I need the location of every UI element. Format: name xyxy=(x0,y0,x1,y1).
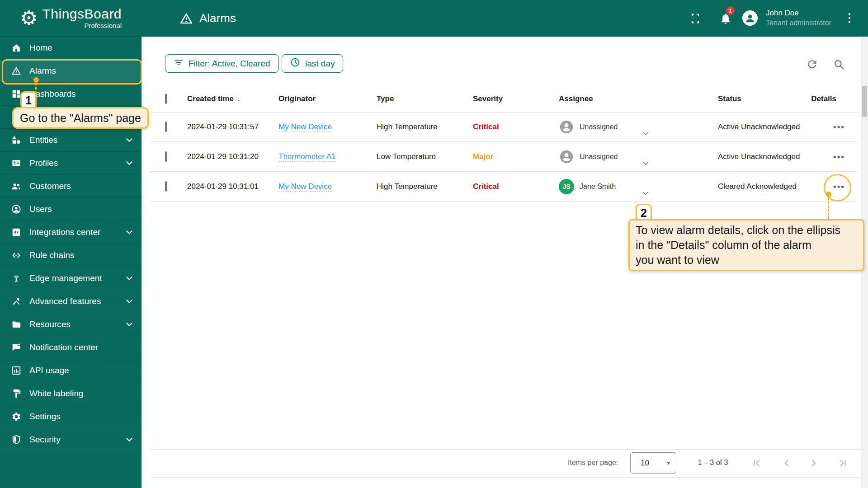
step2-callout-line: in the "Details" column of the alarm xyxy=(636,238,857,253)
user-name: John Doe xyxy=(766,9,799,18)
table-header-row: Created time↓ Originator Type Severity A… xyxy=(151,86,858,113)
step2-callout-line: you want to view xyxy=(636,253,857,267)
refresh-icon[interactable] xyxy=(805,57,819,71)
cell-severity: Critical xyxy=(473,182,554,191)
column-header-severity[interactable]: Severity xyxy=(473,94,554,103)
page-size-select[interactable]: 10 ▾ xyxy=(630,452,676,474)
fullscreen-button[interactable] xyxy=(689,12,702,25)
sidebar-item-white-labeling[interactable]: White labeling xyxy=(0,382,142,405)
thingsboard-logo[interactable]: ⚙ ThingsBoard Professional xyxy=(0,0,142,37)
brand-edition: Professional xyxy=(42,22,122,29)
sidebar-item-label: Notification center xyxy=(29,343,98,352)
column-header-status[interactable]: Status xyxy=(718,94,809,103)
cell-status: Cleared Acknowledged xyxy=(718,182,809,191)
last-page-button[interactable] xyxy=(836,457,849,469)
unassigned-avatar-icon xyxy=(559,119,574,135)
sidebar-item-api-usage[interactable]: API usage xyxy=(0,359,142,382)
brand-name: ThingsBoard xyxy=(42,7,122,21)
sidebar-item-label: Settings xyxy=(29,412,61,422)
resources-folder-icon xyxy=(11,319,22,329)
column-header-created-time[interactable]: Created time↓ xyxy=(187,94,278,103)
sidebar-item-profiles[interactable]: Profiles xyxy=(0,152,142,175)
page-range-label: 1 – 3 of 3 xyxy=(686,459,740,467)
table-row[interactable]: 2024-01-29 10:31:01 My New Device High T… xyxy=(151,172,858,202)
step2-callout: To view alarm details, click on the elli… xyxy=(628,219,864,271)
previous-page-button[interactable] xyxy=(780,457,793,469)
cell-created-time: 2024-01-29 10:31:57 xyxy=(187,122,278,131)
assignee-name: Unassigned xyxy=(580,123,618,131)
sidebar-item-resources[interactable]: Resources xyxy=(0,313,142,336)
sidebar-item-label: Customers xyxy=(29,181,71,191)
time-filter-chip[interactable]: last day xyxy=(282,54,343,73)
profiles-icon xyxy=(11,158,22,168)
originator-link[interactable]: Thermometer A1 xyxy=(278,152,336,162)
avatar[interactable] xyxy=(742,10,758,26)
entities-icon xyxy=(11,135,22,145)
chevron-down-icon[interactable] xyxy=(641,129,650,141)
sidebar-item-rule-chains[interactable]: Rule chains xyxy=(0,244,142,267)
notification-count-badge: 1 xyxy=(726,6,735,15)
row-checkbox[interactable] xyxy=(165,181,167,192)
sidebar-item-label: API usage xyxy=(29,366,69,375)
chevron-down-icon: ▾ xyxy=(667,460,670,466)
sidebar-item-home[interactable]: Home xyxy=(0,37,142,60)
sidebar-item-label: Entities xyxy=(29,135,57,145)
chevron-down-icon[interactable] xyxy=(641,189,650,200)
search-icon[interactable] xyxy=(832,57,845,71)
sidebar-item-entities[interactable]: Entities xyxy=(0,129,142,152)
table-row[interactable]: 2024-01-29 10:31:57 My New Device High T… xyxy=(151,112,858,142)
column-header-details: Details xyxy=(809,94,858,103)
customers-icon xyxy=(11,181,22,191)
cell-created-time: 2024-01-29 10:31:20 xyxy=(187,152,278,161)
advanced-features-icon xyxy=(11,296,22,306)
sidebar-item-label: Integrations center xyxy=(29,227,100,237)
row-checkbox[interactable] xyxy=(165,151,167,162)
topbar: Alarms 1 John Doe Tenant administrator xyxy=(142,0,868,37)
scrollbar-thumb[interactable] xyxy=(862,86,867,117)
chevron-down-icon xyxy=(124,227,134,239)
sidebar-item-settings[interactable]: Settings xyxy=(0,405,142,428)
sidebar-item-integrations-center[interactable]: Integrations center xyxy=(0,221,142,244)
step1-number-badge: 1 xyxy=(20,91,37,109)
originator-link[interactable]: My New Device xyxy=(278,182,332,192)
column-header-originator[interactable]: Originator xyxy=(278,94,377,103)
sidebar-item-label: Edge management xyxy=(29,273,102,283)
gear-icon xyxy=(11,412,22,422)
details-ellipsis-button[interactable]: ••• xyxy=(833,152,845,161)
cell-severity: Critical xyxy=(473,122,554,131)
sidebar-item-customers[interactable]: Customers xyxy=(0,175,142,198)
next-page-button[interactable] xyxy=(807,457,820,469)
step2-callout-line: To view alarm details, click on the elli… xyxy=(636,223,857,238)
filter-chip[interactable]: Filter: Active, Cleared xyxy=(165,54,279,73)
filter-chip-label: Filter: Active, Cleared xyxy=(189,59,270,69)
thingsboard-logo-icon: ⚙ xyxy=(20,8,38,28)
cell-severity: Major xyxy=(473,152,554,161)
cell-type: High Temperature xyxy=(377,182,473,191)
sort-descending-icon: ↓ xyxy=(237,95,241,103)
details-ellipsis-button[interactable]: ••• xyxy=(833,122,845,131)
originator-link[interactable]: My New Device xyxy=(278,122,332,132)
table-row[interactable]: 2024-01-29 10:31:20 Thermometer A1 Low T… xyxy=(151,142,858,172)
sidebar-item-edge-management[interactable]: Edge management xyxy=(0,267,142,290)
first-page-button[interactable] xyxy=(750,457,763,469)
items-per-page-label: Items per page: xyxy=(568,459,618,467)
users-icon xyxy=(11,204,22,214)
sidebar-item-users[interactable]: Users xyxy=(0,198,142,221)
sidebar-item-advanced-features[interactable]: Advanced features xyxy=(0,290,142,313)
column-header-assignee[interactable]: Assignee xyxy=(554,94,718,103)
chevron-down-icon[interactable] xyxy=(641,159,650,170)
row-checkbox[interactable] xyxy=(165,122,167,132)
sidebar-item-security[interactable]: Security xyxy=(0,428,142,451)
chevron-down-icon xyxy=(124,319,134,332)
chevron-down-icon xyxy=(124,135,134,147)
white-labeling-icon xyxy=(11,389,22,399)
select-all-checkbox[interactable] xyxy=(165,94,167,104)
sidebar-item-notification-center[interactable]: Notification center xyxy=(0,336,142,359)
column-header-type[interactable]: Type xyxy=(377,94,473,103)
step2-dashed-line xyxy=(828,197,829,219)
sidebar-item-label: Resources xyxy=(29,319,71,329)
cell-type: Low Temperature xyxy=(377,152,473,161)
page-title: Alarms xyxy=(179,0,236,37)
kebab-menu-icon[interactable] xyxy=(845,11,854,25)
sidebar-item-label: Users xyxy=(29,204,52,214)
